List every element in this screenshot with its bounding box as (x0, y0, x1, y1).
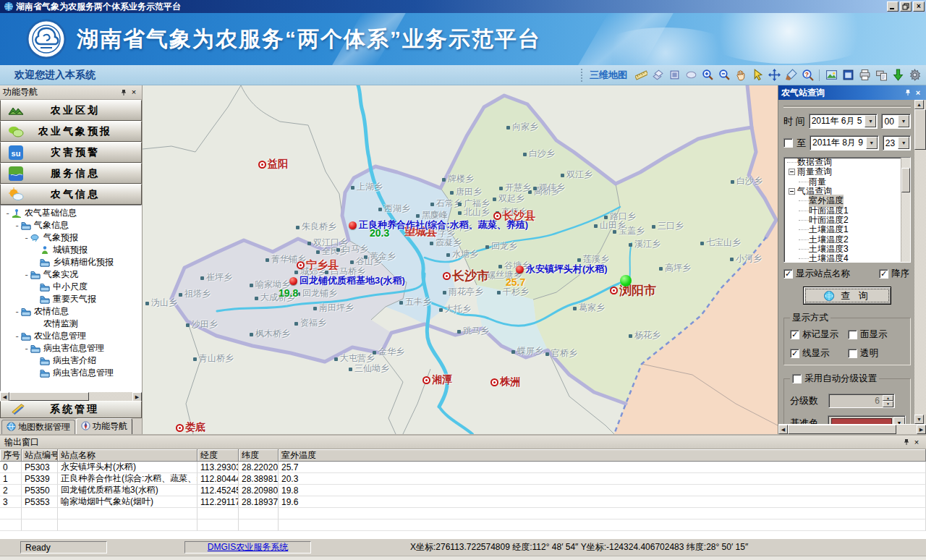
column-header[interactable]: 室外温度 (279, 449, 926, 462)
station-marker[interactable] (516, 266, 524, 273)
tree-item[interactable]: 城镇预报 (1, 244, 141, 256)
tree-collapse-icon[interactable] (789, 169, 795, 175)
results-table[interactable]: 序号站点编号站点名称经度纬度室外温度0P5303永安镇坪头村(水稻)113.29… (0, 449, 926, 538)
close-button[interactable]: × (913, 1, 925, 12)
zoom-out-icon[interactable] (717, 68, 731, 82)
green-station-dot[interactable] (620, 275, 632, 287)
date-from-select[interactable]: 2011年 6月 5▼ (809, 114, 878, 129)
tree-item[interactable]: -病虫害信息管理 (1, 342, 141, 355)
tree-expander[interactable]: - (13, 307, 21, 317)
hour-from-select[interactable]: 00▼ (881, 114, 911, 129)
minimize-button[interactable] (887, 1, 899, 12)
close-icon[interactable]: × (912, 438, 922, 447)
tree-item[interactable]: 病虫害介绍 (1, 355, 141, 367)
level-count-input[interactable]: 6 ▲▼ (828, 394, 895, 408)
scroll-down-icon[interactable]: ▼ (914, 415, 924, 424)
close-icon[interactable]: × (129, 88, 139, 97)
tree-expander[interactable]: - (22, 344, 30, 354)
tree-collapse-icon[interactable] (789, 188, 795, 195)
tree-item[interactable]: 乡镇精细化预报 (1, 256, 141, 268)
status-system-link[interactable]: DMGIS农业服务系统 (184, 541, 311, 553)
table-row[interactable]: 0P5303永安镇坪头村(水稻)113.29303328.22020125.7 (0, 462, 926, 473)
export-image-icon[interactable] (824, 68, 838, 82)
print-icon[interactable] (857, 68, 872, 82)
settings-gear-icon[interactable] (907, 68, 922, 82)
map-view[interactable]: 上湖乡西湖乡朱良桥乡双江口乡全民乡白马乡黄金乡菁华铺乡城郊乡白马桥乡崔坪乡喻家坳… (143, 85, 778, 434)
column-header[interactable]: 纬度 (239, 449, 279, 462)
tree-expander[interactable]: - (13, 221, 21, 231)
menu-button-3[interactable]: su灾害预警 (0, 142, 142, 163)
menu-button-4[interactable]: 服务信息 (0, 163, 142, 184)
tree-expander[interactable]: - (13, 331, 21, 341)
station-marker[interactable] (349, 221, 357, 229)
tree-vscrollbar[interactable] (901, 158, 910, 262)
system-manage-button[interactable]: 系统管理 (0, 401, 142, 418)
tree-item[interactable]: -气象预报 (1, 232, 141, 244)
tree-item[interactable]: 农情监测 (1, 318, 141, 330)
面显示-checkbox[interactable] (848, 330, 857, 339)
table-row[interactable]: 3P5353喻家坳烟叶气象站(烟叶)112.29117428.18937819.… (0, 496, 926, 508)
tree-expander[interactable]: - (22, 270, 30, 280)
menu-button-1[interactable]: 农业区划 (0, 100, 142, 121)
query-find-icon[interactable]: ? (800, 68, 815, 82)
tree-item[interactable]: 病虫害信息管理 (1, 367, 141, 379)
layers-icon[interactable] (650, 68, 665, 82)
descending-checkbox[interactable]: ✓ (879, 269, 888, 279)
column-header[interactable]: 站点名称 (58, 449, 197, 462)
ellipse-select-icon[interactable] (684, 68, 698, 82)
select-arrow-icon[interactable] (750, 68, 765, 82)
base-color-select[interactable]: ▼ (828, 415, 906, 424)
tab-功能导航[interactable]: 功能导航 (76, 418, 132, 434)
data-type-item[interactable]: 土壤温度4 (784, 254, 910, 263)
menu-button-2[interactable]: 农业气象预报 (0, 121, 142, 142)
restore-button[interactable] (900, 1, 912, 12)
menu-button-5[interactable]: 农气信息 (0, 184, 142, 205)
close-icon[interactable]: × (913, 88, 923, 98)
线显示-checkbox[interactable]: ✓ (790, 349, 799, 358)
pin-icon[interactable] (903, 88, 913, 98)
tree-item[interactable]: -农气基础信息 (1, 207, 141, 219)
show-station-name-checkbox[interactable]: ✓ (783, 269, 793, 279)
zoom-in-icon[interactable] (700, 68, 715, 82)
pin-icon[interactable] (901, 438, 912, 447)
map-window-icon[interactable] (841, 68, 855, 82)
right-panel-hscrollbar[interactable]: ◀ ▶ (778, 424, 926, 434)
spin-up-icon[interactable]: ▲ (883, 395, 893, 402)
auto-grading-checkbox[interactable] (792, 374, 802, 383)
tree-item[interactable]: 重要天气报 (1, 293, 141, 305)
hour-to-select[interactable]: 23▼ (883, 135, 911, 150)
透明-checkbox[interactable] (848, 349, 857, 358)
rect-select-icon[interactable] (667, 68, 681, 82)
tree-expander[interactable]: - (4, 208, 12, 219)
data-type-item[interactable]: 雨量查询 (784, 167, 910, 177)
map3d-button[interactable]: 三维地图 (590, 69, 627, 82)
to-checkbox[interactable] (783, 138, 793, 148)
toolbar-grip[interactable] (581, 69, 585, 82)
column-header[interactable]: 序号 (0, 449, 22, 462)
right-panel-vscrollbar[interactable]: ▲ ▼ (914, 100, 926, 424)
tab-地图数据管理[interactable]: 地图数据管理 (1, 420, 75, 434)
scroll-right-icon[interactable]: ▶ (917, 425, 926, 434)
table-row[interactable]: 1P5339正良种养合作社(综合:水稻、蔬菜、养殖)112.80444128.3… (0, 473, 926, 485)
table-row[interactable]: 2P5350回龙铺优质稻基地3(水稻)112.4524528.20980219.… (0, 485, 926, 496)
scroll-up-icon[interactable]: ▲ (914, 100, 924, 109)
spin-down-icon[interactable]: ▼ (883, 401, 893, 407)
identify-brush-icon[interactable] (783, 68, 798, 82)
tree-expander[interactable]: - (22, 233, 30, 243)
tree-item[interactable]: 中小尺度 (1, 281, 141, 293)
column-header[interactable]: 经度 (197, 449, 239, 462)
download-arrow-icon[interactable] (891, 68, 905, 82)
pin-icon[interactable] (119, 88, 129, 97)
标记显示-checkbox[interactable]: ✓ (790, 330, 799, 339)
data-type-item[interactable]: 气温查询 (784, 187, 910, 196)
tree-item[interactable]: -农情信息 (1, 305, 141, 318)
tree-item[interactable]: -气象实况 (1, 268, 141, 281)
station-marker[interactable] (289, 277, 297, 285)
pan-hand-icon[interactable] (734, 68, 748, 82)
scroll-left-icon[interactable]: ◀ (778, 425, 788, 434)
column-header[interactable]: 站点编号 (22, 449, 58, 462)
tree-item[interactable]: -农业信息管理 (1, 330, 141, 342)
left-tree-hscrollbar[interactable]: ◀ ▶ (0, 391, 142, 401)
date-to-select[interactable]: 2011年 8月 9▼ (810, 135, 879, 150)
query-button[interactable]: 查 询 (803, 287, 891, 305)
